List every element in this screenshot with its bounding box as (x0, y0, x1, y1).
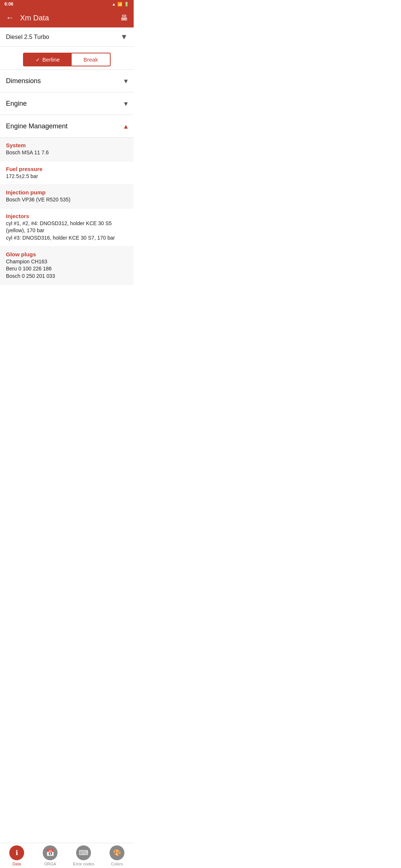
main-content: Diesel 2.5 Turbo ▼ ✓ Berline Break Dimen… (0, 27, 134, 311)
status-bar: 6:06 ▲ 📶 🔋 (0, 0, 134, 8)
injection-pump-label: Injection pump (6, 189, 128, 195)
model-label: Diesel 2.5 Turbo (6, 34, 49, 40)
print-button[interactable]: 🖶 (119, 12, 129, 24)
back-button[interactable]: ← (4, 11, 16, 24)
check-icon: ✓ (36, 57, 40, 63)
list-item: Injectors cyl #1, #2, #4: DNOSD312, hold… (0, 208, 134, 247)
dimensions-expand-icon: ▾ (124, 76, 128, 85)
page-title: Xm Data (20, 14, 114, 22)
engine-management-collapse-icon: ▴ (124, 122, 128, 131)
fuel-pressure-label: Fuel pressure (6, 166, 128, 172)
glow-plugs-label: Glow plugs (6, 251, 128, 257)
tab-berline-label: Berline (42, 56, 60, 63)
injection-pump-value: Bosch VP36 (VE R520 535) (6, 196, 128, 204)
tab-berline[interactable]: ✓ Berline (23, 53, 72, 66)
list-item: Glow plugs Champion CH163Beru 0 100 226 … (0, 247, 134, 285)
engine-management-label: Engine Management (6, 122, 68, 130)
engine-section[interactable]: Engine ▾ (0, 92, 134, 115)
injectors-value: cyl #1, #2, #4: DNOSD312, holder KCE 30 … (6, 220, 128, 242)
body-type-tabs: ✓ Berline Break (0, 47, 134, 70)
toolbar: ← Xm Data 🖶 (0, 8, 134, 27)
list-item: Fuel pressure 172.5±2.5 bar (0, 161, 134, 185)
status-time: 6:06 (4, 1, 13, 7)
status-icons: ▲ 📶 🔋 (112, 2, 129, 7)
dimensions-section[interactable]: Dimensions ▾ (0, 70, 134, 92)
list-item: Injection pump Bosch VP36 (VE R520 535) (0, 185, 134, 208)
fuel-pressure-value: 172.5±2.5 bar (6, 173, 128, 180)
engine-label: Engine (6, 100, 27, 108)
system-label: System (6, 142, 128, 148)
list-item: System Bosch MSA 11 7.6 (0, 138, 134, 161)
wifi-icon: ▲ (112, 2, 116, 6)
signal-icon: 📶 (117, 2, 123, 7)
injectors-label: Injectors (6, 213, 128, 219)
engine-expand-icon: ▾ (124, 99, 128, 108)
tab-break[interactable]: Break (72, 53, 111, 66)
tab-break-label: Break (84, 56, 98, 63)
system-value: Bosch MSA 11 7.6 (6, 149, 128, 157)
engine-management-content: System Bosch MSA 11 7.6 Fuel pressure 17… (0, 138, 134, 285)
battery-icon: 🔋 (124, 2, 129, 7)
model-dropdown[interactable]: Diesel 2.5 Turbo ▼ (0, 27, 134, 47)
glow-plugs-value: Champion CH163Beru 0 100 226 186Bosch 0 … (6, 258, 128, 280)
chevron-down-icon: ▼ (120, 33, 128, 41)
dimensions-label: Dimensions (6, 77, 41, 85)
engine-management-section[interactable]: Engine Management ▴ (0, 115, 134, 138)
